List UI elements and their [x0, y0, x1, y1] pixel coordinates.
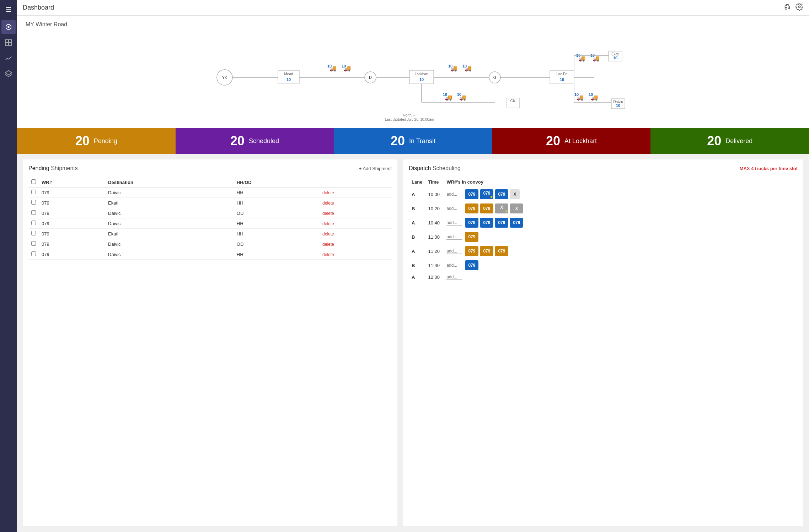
convoy-tag-gray-star[interactable]: X★ [495, 203, 508, 213]
svg-text:10: 10 [613, 56, 617, 60]
delete-link[interactable]: delete [322, 211, 334, 216]
max-trucks-label: MAX 4 trucks per time slot [740, 166, 798, 171]
add-convoy-input[interactable] [446, 192, 462, 197]
convoy-tag-yellow[interactable]: 079 [465, 246, 478, 256]
select-all-checkbox[interactable] [31, 179, 36, 184]
dispatch-row: B 11:00 079 [409, 230, 798, 244]
row-checkbox[interactable] [31, 221, 36, 225]
dispatch-panel: Dispatch Scheduling MAX 4 trucks per tim… [403, 159, 803, 526]
stat-label: In Transit [409, 137, 435, 145]
delete-link[interactable]: delete [322, 242, 334, 247]
cell-wr: 079 [39, 218, 105, 229]
convoy-tag-blue[interactable]: 079 [480, 218, 493, 228]
gear-icon[interactable] [795, 3, 803, 12]
time-cell: 11:20 [425, 244, 444, 258]
sidebar: ☰ [0, 0, 17, 532]
sidebar-item-layers[interactable] [1, 67, 16, 81]
cell-hh: HH [234, 198, 320, 208]
add-shipment-button[interactable]: + Add Shipment [359, 166, 392, 171]
cell-dest: Daivic [105, 188, 234, 198]
delete-link[interactable]: delete [322, 201, 334, 206]
dispatch-table: Lane Time WR#'s in convoy A 10:00 079079… [409, 177, 798, 282]
svg-text:North →: North → [403, 113, 416, 117]
convoy-tag-yellow[interactable]: 079 [480, 203, 493, 213]
time-cell: 10:20 [425, 201, 444, 216]
convoy-tag-yellow[interactable]: 079 [495, 246, 508, 256]
dispatch-row: B 10:20 079079X★X [409, 201, 798, 216]
main-content: Dashboard MY Winter Road [17, 0, 809, 532]
svg-text:Last Updated July 28, 10:00am: Last Updated July 28, 10:00am [385, 118, 434, 121]
stats-bar: 20Pending20Scheduled20In Transit20At Loc… [17, 128, 809, 154]
sidebar-item-chart[interactable] [1, 51, 16, 65]
svg-text:D: D [369, 75, 372, 80]
lane-cell: B [409, 230, 425, 244]
svg-point-1 [7, 26, 10, 28]
stat-number: 20 [707, 135, 721, 147]
delete-link[interactable]: delete [322, 252, 334, 257]
convoy-tag-yellow[interactable]: 079 [465, 203, 478, 213]
delete-link[interactable]: delete [322, 190, 334, 195]
hamburger-button[interactable]: ☰ [3, 3, 14, 16]
page-title: Dashboard [23, 4, 54, 11]
settings-tractor-icon[interactable] [783, 3, 791, 12]
add-convoy-input[interactable] [446, 263, 462, 268]
sidebar-item-home[interactable] [1, 20, 16, 34]
x-tag[interactable]: X [510, 189, 520, 199]
convoy-tag-yellow[interactable]: 079 [480, 246, 493, 256]
pending-panel-title: Pending Shipments [28, 165, 78, 172]
col-hh: HH/OD [234, 177, 320, 188]
table-row: 079 Daivic HH delete [28, 188, 392, 198]
delete-link[interactable]: delete [322, 232, 334, 237]
svg-marker-6 [5, 71, 12, 75]
convoy-tag-gray[interactable]: X [510, 203, 523, 213]
cell-hh: HH [234, 188, 320, 198]
header: Dashboard [17, 0, 809, 16]
row-checkbox[interactable] [31, 231, 36, 235]
shipments-table: WR# Destination HH/OD 079 Daivic HH dele… [28, 177, 392, 260]
cell-hh: HH [234, 218, 320, 229]
table-row: 079 Daivic HH delete [28, 249, 392, 260]
stat-number: 20 [391, 135, 405, 147]
svg-text:YK: YK [222, 75, 227, 80]
sidebar-item-grid[interactable] [1, 36, 16, 50]
svg-rect-2 [6, 40, 8, 42]
cell-wr: 079 [39, 188, 105, 198]
table-row: 079 Daivic HH delete [28, 218, 392, 229]
svg-rect-4 [6, 43, 8, 45]
add-convoy-input[interactable] [446, 249, 462, 254]
dispatch-row: A 10:00 079079★079X [409, 187, 798, 202]
col-dest: Destination [105, 177, 234, 188]
svg-text:10: 10 [443, 92, 447, 97]
add-convoy-input[interactable] [446, 275, 462, 280]
row-checkbox[interactable] [31, 190, 36, 194]
convoy-tag-blue[interactable]: 079★ [480, 189, 493, 199]
convoy-tag-blue[interactable]: 079 [495, 189, 508, 199]
row-checkbox[interactable] [31, 200, 36, 205]
convoy-cell: 079 [446, 232, 795, 242]
svg-rect-5 [9, 43, 11, 45]
convoy-tag-blue[interactable]: 079 [465, 260, 478, 270]
row-checkbox[interactable] [31, 241, 36, 246]
convoy-tag-blue[interactable]: 079 [510, 218, 523, 228]
cell-dest: Daivic [105, 208, 234, 218]
cell-hh: OD [234, 239, 320, 249]
bottom-panels: Pending Shipments + Add Shipment WR# Des… [17, 154, 809, 532]
time-cell: 12:00 [425, 272, 444, 282]
time-cell: 11:40 [425, 258, 444, 272]
add-convoy-input[interactable] [446, 206, 462, 211]
lane-cell: A [409, 187, 425, 202]
col-time: Time [425, 177, 444, 187]
convoy-tag-blue[interactable]: 079 [465, 218, 478, 228]
add-convoy-input[interactable] [446, 220, 462, 226]
cell-hh: HH [234, 249, 320, 260]
row-checkbox[interactable] [31, 210, 36, 215]
row-checkbox[interactable] [31, 251, 36, 256]
convoy-tag-blue[interactable]: 079 [495, 218, 508, 228]
pending-panel-header: Pending Shipments + Add Shipment [28, 165, 392, 172]
delete-link[interactable]: delete [322, 221, 334, 226]
convoy-tag-blue[interactable]: 079 [465, 189, 478, 199]
time-cell: 11:00 [425, 230, 444, 244]
cell-dest: Ekati [105, 198, 234, 208]
convoy-tag-yellow[interactable]: 079 [465, 232, 478, 242]
add-convoy-input[interactable] [446, 234, 462, 240]
